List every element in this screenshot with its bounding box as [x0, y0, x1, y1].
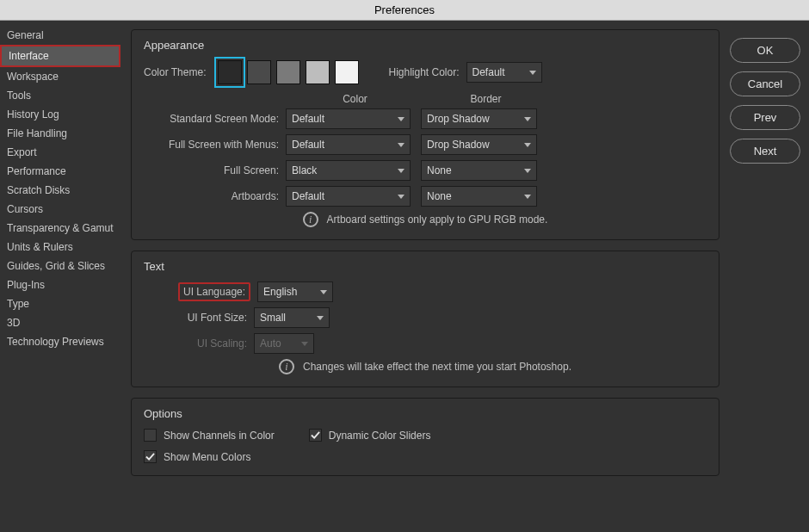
screen-mode-color-select[interactable]: Default [286, 108, 411, 129]
info-icon: i [303, 212, 318, 227]
sidebar-item-history-log[interactable]: History Log [0, 105, 120, 124]
sidebar-item-file-handling[interactable]: File Handling [0, 124, 120, 143]
theme-swatch-3[interactable] [306, 60, 330, 84]
sidebar-item-scratch-disks[interactable]: Scratch Disks [0, 181, 120, 200]
screen-mode-border-select[interactable]: None [421, 186, 537, 207]
appearance-info-row: i Artboard settings only apply to GPU RG… [144, 212, 707, 227]
color-header: Color [293, 93, 417, 105]
screen-mode-row: Artboards:DefaultNone [144, 186, 707, 207]
sidebar-item-3d[interactable]: 3D [0, 313, 120, 332]
sidebar-item-technology-previews[interactable]: Technology Previews [0, 332, 120, 351]
sidebar: GeneralInterfaceWorkspaceToolsHistory Lo… [0, 21, 120, 532]
sidebar-item-units-rulers[interactable]: Units & Rulers [0, 238, 120, 257]
ui-language-select[interactable]: English [257, 281, 333, 302]
dynamic-sliders-checkbox-row[interactable]: Dynamic Color Sliders [309, 429, 431, 442]
screen-mode-color-select[interactable]: Default [286, 134, 411, 155]
screen-mode-color-select[interactable]: Default [286, 186, 411, 207]
ui-scaling-value: Auto [260, 337, 281, 350]
show-menu-checkbox[interactable] [144, 450, 157, 463]
sidebar-item-plug-ins[interactable]: Plug-Ins [0, 275, 120, 294]
appearance-title: Appearance [144, 39, 707, 52]
sidebar-item-general[interactable]: General [0, 26, 120, 45]
screen-mode-border-select[interactable]: Drop Shadow [421, 134, 537, 155]
color-theme-swatches [218, 60, 359, 84]
titlebar: Preferences [0, 0, 809, 21]
theme-swatch-4[interactable] [335, 60, 359, 84]
sidebar-item-tools[interactable]: Tools [0, 86, 120, 105]
dynamic-sliders-label: Dynamic Color Sliders [329, 430, 431, 442]
screen-mode-headers: Color Border [144, 93, 707, 105]
main-content: Appearance Color Theme: Highlight Color:… [120, 21, 730, 532]
show-menu-label: Show Menu Colors [164, 451, 250, 463]
theme-swatch-2[interactable] [276, 60, 300, 84]
sidebar-item-export[interactable]: Export [0, 143, 120, 162]
next-button[interactable]: Next [730, 139, 800, 164]
show-menu-checkbox-row[interactable]: Show Menu Colors [144, 450, 250, 463]
prev-button[interactable]: Prev [730, 105, 800, 130]
screen-mode-color-select[interactable]: Black [286, 160, 411, 181]
screen-mode-label: Artboards: [144, 190, 286, 202]
action-buttons: OK Cancel Prev Next [730, 21, 809, 532]
border-header: Border [428, 93, 544, 105]
options-title: Options [144, 407, 707, 420]
highlight-color-value: Default [472, 66, 505, 78]
text-info-row: i Changes will take effect the next time… [144, 359, 707, 374]
screen-mode-label: Full Screen with Menus: [144, 139, 286, 151]
appearance-panel: Appearance Color Theme: Highlight Color:… [131, 29, 719, 240]
show-channels-checkbox[interactable] [144, 429, 157, 442]
ui-font-size-label: UI Font Size: [144, 312, 254, 324]
dynamic-sliders-checkbox[interactable] [309, 429, 322, 442]
text-info-text: Changes will take effect the next time y… [303, 361, 571, 373]
text-panel: Text UI Language: English UI Font Size: … [131, 251, 719, 387]
ui-scaling-select: Auto [254, 333, 314, 354]
appearance-info-text: Artboard settings only apply to GPU RGB … [327, 213, 548, 226]
theme-swatch-1[interactable] [247, 60, 271, 84]
ui-language-value: English [263, 286, 297, 298]
highlight-color-label: Highlight Color: [388, 66, 459, 78]
options-panel: Options Show Channels in Color Dynamic C… [131, 398, 719, 476]
text-title: Text [144, 260, 707, 273]
ui-language-label: UI Language: [178, 282, 250, 301]
sidebar-item-guides-grid-slices[interactable]: Guides, Grid & Slices [0, 257, 120, 275]
sidebar-item-interface[interactable]: Interface [0, 45, 120, 67]
show-channels-checkbox-row[interactable]: Show Channels in Color [144, 429, 275, 442]
color-theme-label: Color Theme: [144, 66, 206, 78]
screen-mode-label: Full Screen: [144, 164, 286, 176]
sidebar-item-type[interactable]: Type [0, 294, 120, 313]
dialog-container: GeneralInterfaceWorkspaceToolsHistory Lo… [0, 21, 809, 532]
sidebar-item-cursors[interactable]: Cursors [0, 200, 120, 219]
screen-mode-row: Standard Screen Mode:DefaultDrop Shadow [144, 108, 707, 129]
ui-scaling-label: UI Scaling: [144, 337, 254, 350]
show-channels-label: Show Channels in Color [164, 430, 275, 442]
screen-mode-label: Standard Screen Mode: [144, 113, 286, 125]
screen-mode-row: Full Screen:BlackNone [144, 160, 707, 181]
sidebar-item-workspace[interactable]: Workspace [0, 67, 120, 86]
screen-mode-border-select[interactable]: Drop Shadow [421, 108, 537, 129]
sidebar-item-performance[interactable]: Performance [0, 162, 120, 181]
ui-font-size-value: Small [260, 312, 286, 324]
screen-mode-border-select[interactable]: None [421, 160, 537, 181]
ui-font-size-select[interactable]: Small [254, 307, 330, 328]
ok-button[interactable]: OK [730, 38, 800, 63]
sidebar-item-transparency-gamut[interactable]: Transparency & Gamut [0, 219, 120, 238]
highlight-color-select[interactable]: Default [466, 62, 542, 83]
cancel-button[interactable]: Cancel [730, 71, 800, 96]
info-icon: i [279, 359, 294, 374]
theme-swatch-0[interactable] [218, 60, 242, 84]
screen-mode-row: Full Screen with Menus:DefaultDrop Shado… [144, 134, 707, 155]
